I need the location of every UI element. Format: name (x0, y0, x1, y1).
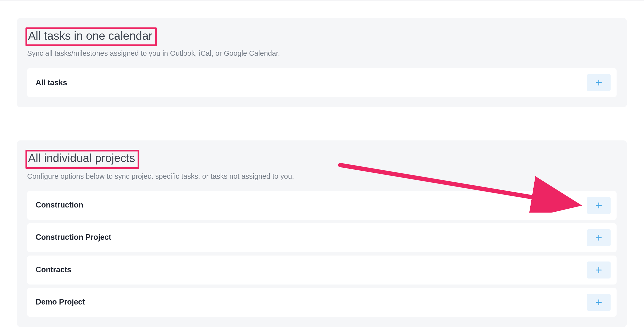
plus-icon (596, 266, 602, 273)
plus-icon (596, 79, 602, 86)
expand-button[interactable] (587, 294, 611, 311)
section-subtitle-projects: Configure options below to sync project … (27, 172, 617, 181)
row-project-demo-project[interactable]: Demo Project (27, 288, 617, 317)
row-label: Construction (36, 201, 83, 210)
expand-button[interactable] (587, 197, 611, 214)
expand-button[interactable] (587, 229, 611, 246)
section-projects: All individual projects Configure option… (17, 141, 627, 327)
section-all-tasks: All tasks in one calendar Sync all tasks… (17, 18, 627, 108)
section-subtitle-all-tasks: Sync all tasks/milestones assigned to yo… (27, 50, 617, 58)
expand-button[interactable] (587, 261, 611, 278)
section-header: All individual projects (27, 150, 617, 169)
row-label: Demo Project (36, 298, 85, 307)
row-project-construction[interactable]: Construction (27, 191, 617, 220)
row-label: Contracts (36, 265, 72, 274)
expand-button[interactable] (587, 74, 611, 91)
rows-all-tasks: All tasks (27, 68, 617, 97)
row-label: Construction Project (36, 233, 112, 242)
row-label: All tasks (36, 78, 67, 87)
plus-icon (596, 299, 602, 305)
rows-projects: Construction Construction Project (27, 191, 617, 317)
section-title-projects: All individual projects (26, 150, 140, 169)
row-project-contracts[interactable]: Contracts (27, 255, 617, 284)
section-header: All tasks in one calendar (27, 27, 617, 46)
row-all-tasks[interactable]: All tasks (27, 68, 617, 97)
plus-icon (596, 202, 602, 209)
section-title-all-tasks: All tasks in one calendar (26, 27, 157, 46)
plus-icon (596, 234, 602, 241)
row-project-construction-project[interactable]: Construction Project (27, 223, 617, 252)
